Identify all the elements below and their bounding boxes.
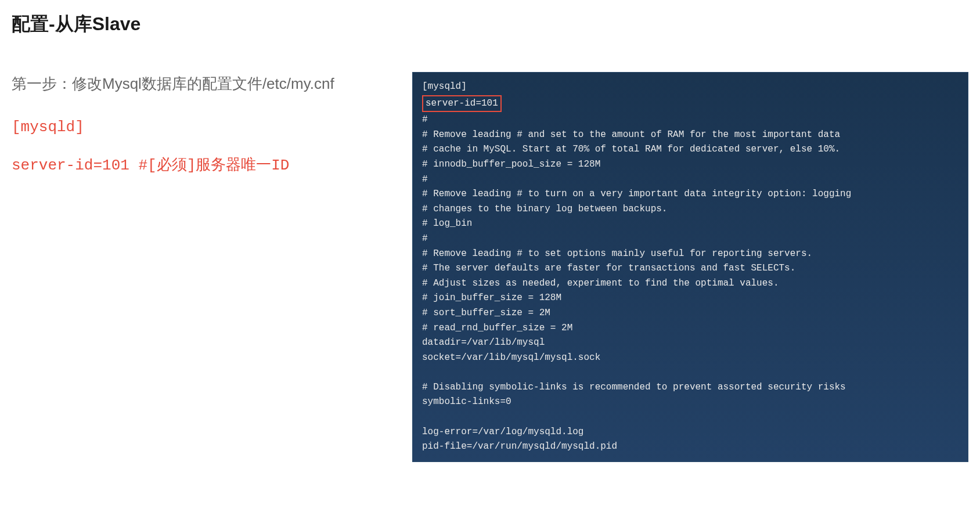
terminal-line: [mysqld] xyxy=(422,80,959,95)
terminal-line: # Adjust sizes as needed, experiment to … xyxy=(422,276,959,291)
terminal-line: # join_buffer_size = 128M xyxy=(422,291,959,306)
terminal-line: # cache in MySQL. Start at 70% of total … xyxy=(422,142,959,157)
left-column: 第一步：修改Mysql数据库的配置文件/etc/my.cnf [mysqld] … xyxy=(12,72,389,462)
terminal-line: # xyxy=(422,172,959,187)
terminal-line: socket=/var/lib/mysql/mysql.sock xyxy=(422,351,959,366)
config-line-1: [mysqld] xyxy=(12,114,389,141)
terminal-lines-container: ## Remove leading # and set to the amoun… xyxy=(422,113,959,455)
terminal-highlighted-line: server-id=101 xyxy=(422,95,502,113)
terminal-highlighted-wrapper: server-id=101 xyxy=(422,95,959,113)
terminal-line: # xyxy=(422,232,959,247)
right-column: [mysqld] server-id=101 ## Remove leading… xyxy=(412,72,968,462)
terminal-line: datadir=/var/lib/mysql xyxy=(422,336,959,351)
terminal-line: # Disabling symbolic-links is recommende… xyxy=(422,380,959,395)
terminal-line: log-error=/var/log/mysqld.log xyxy=(422,425,959,440)
terminal-line: # read_rnd_buffer_size = 2M xyxy=(422,321,959,336)
page-title: 配置-从库Slave xyxy=(12,12,968,37)
config-line-2: server-id=101 #[必须]服务器唯一ID xyxy=(12,152,389,179)
terminal-line: symbolic-links=0 xyxy=(422,395,959,410)
terminal-line: # Remove leading # to turn on a very imp… xyxy=(422,187,959,202)
terminal-line: # changes to the binary log between back… xyxy=(422,202,959,217)
terminal-line: # Remove leading # and set to the amount… xyxy=(422,128,959,143)
terminal-line: # Remove leading # to set options mainly… xyxy=(422,247,959,262)
step-description: 第一步：修改Mysql数据库的配置文件/etc/my.cnf xyxy=(12,72,389,96)
terminal-window: [mysqld] server-id=101 ## Remove leading… xyxy=(412,72,968,462)
terminal-line: # log_bin xyxy=(422,217,959,232)
terminal-line: # The server defaults are faster for tra… xyxy=(422,261,959,276)
terminal-line: pid-file=/var/run/mysqld/mysqld.pid xyxy=(422,439,959,455)
terminal-line: # sort_buffer_size = 2M xyxy=(422,306,959,321)
terminal-line xyxy=(422,365,959,380)
terminal-line: # innodb_buffer_pool_size = 128M xyxy=(422,157,959,172)
terminal-line xyxy=(422,410,959,425)
terminal-line: # xyxy=(422,113,959,128)
content-row: 第一步：修改Mysql数据库的配置文件/etc/my.cnf [mysqld] … xyxy=(12,72,968,462)
